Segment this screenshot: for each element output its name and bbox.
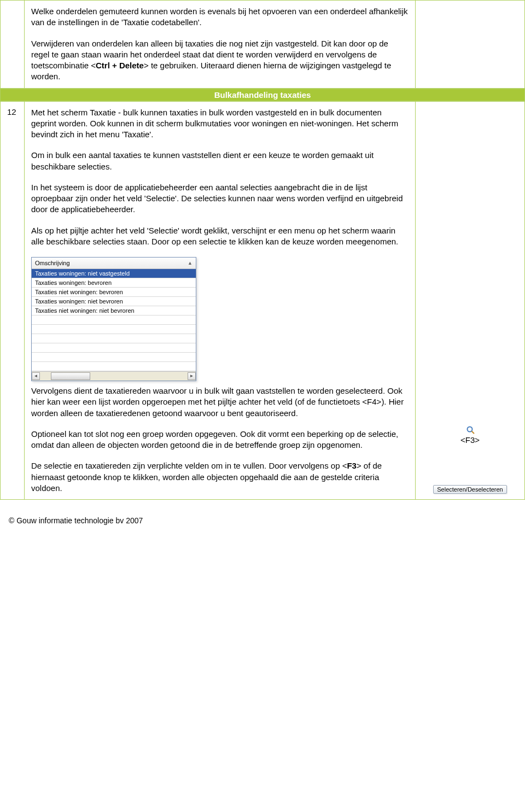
row2-p6: Optioneel kan tot slot nog een groep wor… bbox=[31, 429, 409, 451]
list-item[interactable]: Taxaties woningen: niet vastgesteld bbox=[32, 269, 196, 278]
list-item-empty bbox=[32, 316, 196, 325]
row2-p5: Vervolgens dient de taxatiereden waarvoo… bbox=[31, 385, 409, 419]
magnifier-icon bbox=[466, 425, 475, 434]
row2-side: <F3> Selecteren/Deselecteren bbox=[416, 101, 525, 500]
scroll-left-icon[interactable]: ◄ bbox=[32, 372, 40, 380]
list-item-empty bbox=[32, 353, 196, 362]
row2-content: Met het scherm Taxatie - bulk kunnen tax… bbox=[25, 101, 416, 500]
row2-p7: De selectie en taxatiereden zijn verplic… bbox=[31, 460, 409, 494]
listbox-header: Omschrijving ▲ bbox=[32, 258, 196, 269]
row1-side bbox=[416, 1, 525, 89]
page-footer: © Gouw informatie technologie bv 2007 bbox=[0, 500, 525, 530]
list-item[interactable]: Taxaties niet woningen: niet bevroren bbox=[32, 306, 196, 316]
select-deselect-button[interactable]: Selecteren/Deselecteren bbox=[433, 485, 506, 494]
list-item-empty bbox=[32, 325, 196, 334]
side-shortcut-block: <F3> bbox=[416, 425, 524, 445]
row-number-empty bbox=[1, 1, 25, 89]
shortcut-label: <F3> bbox=[416, 435, 524, 445]
horizontal-scrollbar[interactable]: ◄ ► bbox=[32, 371, 196, 381]
row-number: 12 bbox=[1, 101, 25, 500]
row1-p2: Verwijderen van onderdelen kan alleen bi… bbox=[31, 38, 409, 83]
sort-icon[interactable]: ▲ bbox=[188, 260, 192, 266]
row1-p1: Welke onderdelen gemuteerd kunnen worden… bbox=[31, 6, 409, 28]
row2-p2: Om in bulk een aantal taxaties te kunnen… bbox=[31, 150, 409, 172]
row2-p4: Als op het pijltje achter het veld 'Sele… bbox=[31, 225, 409, 248]
list-item[interactable]: Taxaties niet woningen: bevroren bbox=[32, 288, 196, 297]
document-table: Welke onderdelen gemuteerd kunnen worden… bbox=[0, 0, 525, 500]
row1-content: Welke onderdelen gemuteerd kunnen worden… bbox=[25, 1, 416, 89]
svg-point-0 bbox=[467, 427, 472, 432]
list-item[interactable]: Taxaties woningen: bevroren bbox=[32, 278, 196, 288]
selectie-listbox[interactable]: Omschrijving ▲ Taxaties woningen: niet v… bbox=[31, 257, 196, 381]
row2-p3: In het systeem is door de applicatiebehe… bbox=[31, 182, 409, 215]
list-item-empty bbox=[32, 362, 196, 371]
row2-p1: Met het scherm Taxatie - bulk kunnen tax… bbox=[31, 107, 409, 141]
scroll-thumb[interactable] bbox=[51, 372, 90, 380]
section-header: Bulkafhandeling taxaties bbox=[1, 89, 524, 101]
list-item[interactable]: Taxaties woningen: niet bevroren bbox=[32, 297, 196, 306]
list-item-empty bbox=[32, 334, 196, 343]
scroll-right-icon[interactable]: ► bbox=[188, 372, 196, 380]
list-item-empty bbox=[32, 343, 196, 353]
svg-line-1 bbox=[471, 431, 474, 434]
